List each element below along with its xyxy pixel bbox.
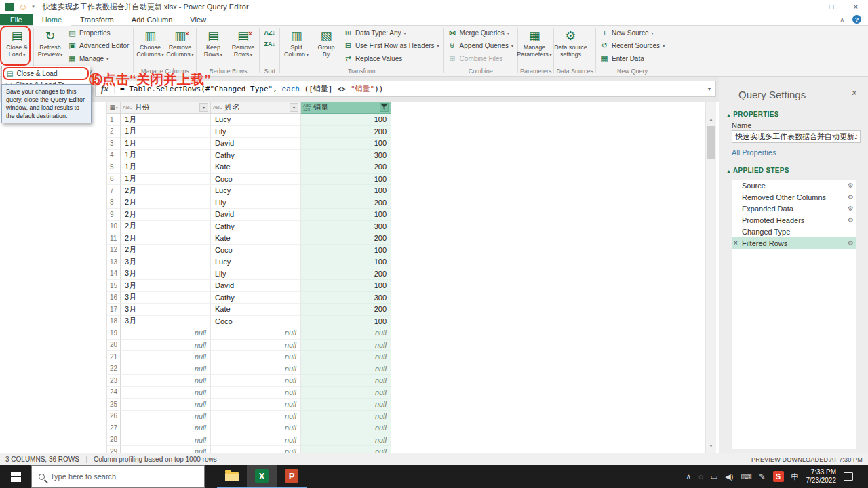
table-cell[interactable]: null [211, 422, 301, 434]
remove-columns-button[interactable]: ▥×RemoveColumns ▾ [165, 26, 194, 58]
table-cell[interactable]: Kate [211, 304, 301, 316]
remove-rows-button[interactable]: ▤×RemoveRows ▾ [229, 26, 257, 58]
table-cell[interactable]: 100 [301, 209, 391, 221]
battery-icon[interactable]: ▭ [711, 473, 717, 481]
vertical-scrollbar[interactable]: ▲ ▼ [705, 102, 716, 453]
row-number[interactable]: 8 [107, 197, 121, 209]
table-cell[interactable]: null [211, 351, 301, 363]
table-cell[interactable]: null [121, 387, 211, 399]
row-number[interactable]: 22 [107, 363, 121, 375]
sort-ascending-button[interactable]: AZ↓ [262, 26, 277, 38]
table-cell[interactable]: null [211, 399, 301, 411]
table-cell[interactable]: null [121, 375, 211, 387]
sogou-input-icon[interactable]: S [773, 471, 784, 482]
table-cell[interactable]: null [211, 340, 301, 352]
table-cell[interactable]: null [301, 327, 391, 340]
manage-parameters-button[interactable]: ▦ManageParameters ▾ [520, 26, 549, 58]
quick-access-chevron-icon[interactable]: ▾ [32, 4, 35, 9]
collapse-ribbon-icon[interactable]: ∧ [840, 16, 844, 23]
table-cell[interactable]: Lucy [211, 256, 301, 268]
table-cell[interactable]: 100 [301, 138, 391, 150]
table-cell[interactable]: null [121, 340, 211, 352]
row-number[interactable]: 2 [107, 126, 121, 138]
table-cell[interactable]: 300 [301, 150, 391, 162]
applied-step-removed-other-columns[interactable]: Removed Other Columns⚙ [732, 191, 856, 203]
row-number[interactable]: 11 [107, 232, 121, 245]
row-number[interactable]: 7 [107, 185, 121, 197]
table-cell[interactable]: 200 [301, 161, 391, 174]
table-cell[interactable]: 100 [301, 185, 391, 197]
data-source-settings-button[interactable]: ⚙Data sourcesettings [556, 26, 585, 58]
refresh-preview-button[interactable]: ↻RefreshPreview ▾ [36, 26, 64, 58]
replace-values-button[interactable]: ⇄Replace Values [342, 52, 441, 65]
show-desktop-button[interactable] [861, 465, 864, 488]
table-cell[interactable]: null [121, 363, 211, 375]
pen-icon[interactable]: ✎ [759, 473, 765, 481]
status-profiling[interactable]: Column profiling based on top 1000 rows [94, 455, 217, 463]
filter-dropdown-icon[interactable]: ▾ [199, 103, 208, 112]
table-cell[interactable]: null [301, 387, 391, 399]
table-cell[interactable]: Cathy [211, 221, 301, 233]
table-cell[interactable]: 1月 [121, 114, 211, 126]
table-cell[interactable]: null [211, 446, 301, 453]
step-settings-gear-icon[interactable]: ⚙ [848, 193, 854, 201]
all-properties-link[interactable]: All Properties [732, 148, 776, 157]
recent-sources-button[interactable]: ↺Recent Sources▾ [598, 39, 667, 52]
scroll-up-icon[interactable]: ▲ [706, 114, 716, 125]
table-cell[interactable]: null [121, 327, 211, 340]
table-cell[interactable]: Lily [211, 197, 301, 209]
delete-step-icon[interactable]: × [734, 239, 738, 247]
new-source-button[interactable]: +New Source▾ [598, 26, 667, 39]
table-cell[interactable]: null [301, 340, 391, 352]
properties-button[interactable]: ▤Properties [66, 26, 131, 39]
row-number[interactable]: 28 [107, 434, 121, 447]
search-input[interactable] [50, 472, 179, 481]
row-number[interactable]: 14 [107, 268, 121, 281]
row-number[interactable]: 23 [107, 375, 121, 387]
tab-file[interactable]: File [0, 14, 33, 25]
table-cell[interactable]: 200 [301, 126, 391, 138]
row-number[interactable]: 13 [107, 256, 121, 268]
use-first-row-as-headers-button[interactable]: ⊟Use First Row as Headers▾ [342, 39, 441, 52]
row-number[interactable]: 12 [107, 245, 121, 257]
row-number[interactable]: 1 [107, 114, 121, 126]
formula-expand-chevron-icon[interactable]: ▼ [703, 87, 715, 92]
column-header-month[interactable]: ABC 月份 ▾ [121, 102, 211, 114]
table-cell[interactable]: David [211, 209, 301, 221]
row-number[interactable]: 9 [107, 209, 121, 221]
table-cell[interactable]: 1月 [121, 138, 211, 150]
table-cell[interactable]: 100 [301, 245, 391, 257]
table-cell[interactable]: 300 [301, 292, 391, 304]
table-cell[interactable]: Cathy [211, 292, 301, 304]
table-cell[interactable]: 2月 [121, 245, 211, 257]
table-cell[interactable]: null [211, 387, 301, 399]
row-number[interactable]: 17 [107, 304, 121, 316]
table-cell[interactable]: null [121, 434, 211, 447]
table-cell[interactable]: null [121, 422, 211, 434]
tab-add-column[interactable]: Add Column [123, 14, 182, 25]
table-cell[interactable]: Coco [211, 245, 301, 257]
taskbar-search[interactable] [31, 465, 205, 488]
table-cell[interactable]: 1月 [121, 150, 211, 162]
table-cell[interactable]: 100 [301, 114, 391, 126]
split-column-button[interactable]: ▥SplitColumn ▾ [282, 26, 311, 58]
column-header-sales[interactable]: ABC 123 销量 [301, 102, 391, 114]
table-cell[interactable]: 3月 [121, 304, 211, 316]
table-cell[interactable]: 100 [301, 174, 391, 186]
choose-columns-button[interactable]: ▥ChooseColumns ▾ [136, 26, 164, 58]
tab-home[interactable]: Home [33, 14, 71, 26]
action-center-icon[interactable] [844, 472, 853, 481]
help-icon[interactable]: ? [852, 15, 861, 24]
row-number[interactable]: 26 [107, 411, 121, 423]
table-cell[interactable]: null [211, 411, 301, 423]
table-cell[interactable]: Cathy [211, 150, 301, 162]
step-settings-gear-icon[interactable]: ⚙ [848, 239, 854, 247]
table-cell[interactable]: null [121, 446, 211, 453]
query-name-input[interactable] [732, 130, 861, 143]
step-settings-gear-icon[interactable]: ⚙ [848, 216, 854, 224]
feedback-smiley-icon[interactable]: ☺ [18, 3, 27, 12]
table-cell[interactable]: null [211, 327, 301, 340]
filter-applied-icon[interactable] [380, 103, 389, 112]
table-cell[interactable]: 100 [301, 280, 391, 292]
start-button[interactable] [0, 465, 31, 488]
